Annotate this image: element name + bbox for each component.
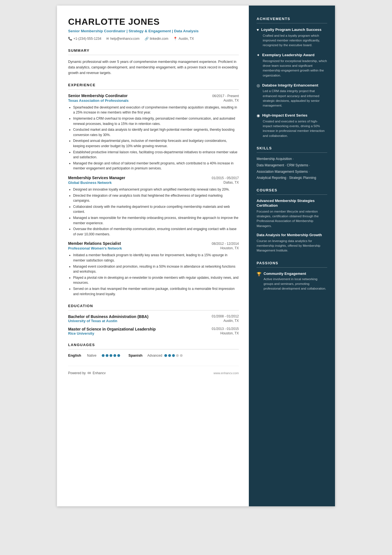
languages-row: English Native Spanish Advanced (68, 353, 239, 357)
summary-section: SUMMARY Dynamic professional with over 5… (68, 48, 239, 76)
email-contact: ✉ help@enhancv.com (106, 37, 139, 41)
skill-item: Association Management Systems · (257, 169, 327, 174)
right-column: ACHIEVEMENTS ♥ Loyalty Program Launch Su… (249, 6, 335, 506)
achievement-title: High-impact Event Series (262, 113, 307, 118)
lightbulb-icon: ◎ (257, 83, 260, 88)
bullet-item: Conducted market and data analysis to id… (73, 127, 239, 137)
skill-item: Data Management · CRM Systems · (257, 163, 327, 168)
linkedin-value: linkedin.com (150, 37, 168, 41)
job-company: Professional Women's Network (68, 246, 122, 250)
courses-divider (257, 194, 327, 195)
job-title: Member Relations Specialist (68, 241, 121, 246)
summary-divider (68, 55, 239, 55)
skill-item: Membership Acquisition · (257, 157, 327, 161)
languages-title: LANGUAGES (68, 343, 239, 347)
powered-by-text: Powered by (68, 371, 86, 375)
job-title: Senior Membership Coordinator (68, 93, 128, 98)
edu-date: 01/2013 - 01/2015 (212, 327, 239, 331)
job-company-row: Professional Women's Network Houston, TX (68, 246, 239, 250)
achievement-item: ♥ Loyalty Program Launch Success Crafted… (257, 27, 327, 48)
course-desc: Course on leveraging data analytics for … (257, 239, 327, 253)
course-desc: Focused on member lifecycle and retentio… (257, 209, 327, 228)
lang-dots (102, 354, 120, 357)
job-location: Dallas, TX (224, 181, 239, 185)
edu-header: Bachelor of Business Administration (BBA… (68, 314, 239, 319)
education-divider (68, 310, 239, 310)
edu-degree: Bachelor of Business Administration (BBA… (68, 314, 212, 319)
bullet-item: Implemented a CRM overhaul to improve da… (73, 116, 239, 126)
left-column: CHARLOTTE JONES Senior Membership Coordi… (57, 6, 249, 506)
job-header: Membership Services Manager 01/2015 - 05… (68, 176, 239, 180)
candidate-name: CHARLOTTE JONES (68, 17, 239, 27)
bullet-item: Designed an innovative loyalty enhanceme… (73, 187, 239, 192)
lang-level: Native (87, 354, 100, 357)
linkedin-icon: 🔗 (145, 37, 149, 41)
header: CHARLOTTE JONES Senior Membership Coordi… (68, 17, 239, 41)
passions-divider (257, 267, 327, 268)
bullet-item: Collaborated closely with the marketing … (73, 204, 239, 214)
summary-title: SUMMARY (68, 48, 239, 53)
achievements-title: ACHIEVEMENTS (257, 17, 327, 21)
experience-title: EXPERIENCE (68, 83, 239, 87)
dot-filled (172, 354, 175, 357)
achievement-title: Exemplary Leadership Award (262, 53, 314, 58)
passion-content: Community Engagement Active involvement … (264, 272, 327, 291)
bullet-item: Spearheaded the development and executio… (73, 105, 239, 115)
passion-desc: Active involvement in local networking g… (264, 277, 327, 291)
edu-school: Rice University (68, 331, 94, 336)
location-value: Austin, TX (178, 37, 194, 41)
location-contact: 📍 Austin, TX (173, 37, 194, 41)
edu-location: Houston, TX (220, 331, 239, 336)
bullet-item: Established productive internal liaison … (73, 150, 239, 160)
course-item: Data Analysis for Membership Growth Cour… (257, 233, 327, 253)
linkedin-contact: 🔗 linkedin.com (145, 37, 168, 41)
job-location: Austin, TX (224, 98, 239, 103)
achievement-title: Loyalty Program Launch Success (261, 27, 321, 32)
edu-school-row: Rice University Houston, TX (68, 331, 239, 336)
job-bullets: Spearheaded the development and executio… (68, 105, 239, 171)
edu-location: Austin, TX (224, 319, 239, 323)
phone-value: +1-(234)-555-1234 (73, 37, 101, 41)
email-icon: ✉ (106, 37, 109, 41)
dot-filled (168, 354, 171, 357)
resume-wrapper: CHARLOTTE JONES Senior Membership Coordi… (57, 6, 335, 506)
dot-filled (113, 354, 116, 357)
footer: Powered by ∞ Enhancv www.enhancv.com (68, 366, 239, 376)
achievement-header: ✦ Exemplary Leadership Award (257, 53, 327, 58)
bullet-item: Managed the design and rollout of tailor… (73, 161, 239, 171)
medal-icon: ✦ (257, 53, 260, 57)
edu-school-row: University of Texas at Austin Austin, TX (68, 319, 239, 323)
job-date: 08/2012 - 12/2014 (212, 242, 239, 246)
edu-item: Bachelor of Business Administration (BBA… (68, 314, 239, 323)
lang-name: Spanish (128, 353, 145, 357)
achievement-desc: Recognized for exceptional leadership, w… (257, 59, 327, 78)
lang-name: English (68, 353, 85, 357)
languages-section: LANGUAGES English Native Spanish (68, 343, 239, 357)
achievements-section: ACHIEVEMENTS ♥ Loyalty Program Launch Su… (257, 17, 327, 138)
lang-dots (164, 354, 183, 357)
experience-section: EXPERIENCE Senior Membership Coordinator… (68, 83, 239, 297)
achievement-item: ✦ Exemplary Leadership Award Recognized … (257, 53, 327, 78)
job-date: 01/2015 - 05/2017 (212, 176, 239, 180)
footer-brand: Powered by ∞ Enhancv (68, 370, 106, 376)
bullet-item: Directed the integration of new analytic… (73, 193, 239, 203)
passion-item: 🏆 Community Engagement Active involvemen… (257, 272, 327, 291)
language-item: English Native (68, 353, 120, 357)
bullet-item: Managed event coordination and promotion… (73, 264, 239, 274)
job-bullets: Initiated a member feedback program to i… (68, 253, 239, 297)
skills-section: SKILLS Membership Acquisition · Data Man… (257, 146, 327, 180)
job-item: Member Relations Specialist 08/2012 - 12… (68, 241, 239, 297)
contact-info: 📞 +1-(234)-555-1234 ✉ help@enhancv.com 🔗… (68, 37, 239, 41)
bullet-item: Initiated a member feedback program to i… (73, 253, 239, 263)
dot-empty (180, 354, 183, 357)
phone-contact: 📞 +1-(234)-555-1234 (68, 37, 101, 41)
job-header: Senior Membership Coordinator 06/2017 - … (68, 93, 239, 98)
language-item: Spanish Advanced (128, 353, 183, 357)
courses-title: COURSES (257, 188, 327, 192)
trophy-icon: 🏆 (257, 272, 261, 276)
job-item: Senior Membership Coordinator 06/2017 - … (68, 93, 239, 171)
bullet-item: Served on a team that revamped the membe… (73, 286, 239, 297)
achievement-item: ◎ Databse Integrity Enhancement Led a CR… (257, 83, 327, 108)
dot-filled (102, 354, 105, 357)
job-location: Houston, TX (220, 246, 239, 250)
